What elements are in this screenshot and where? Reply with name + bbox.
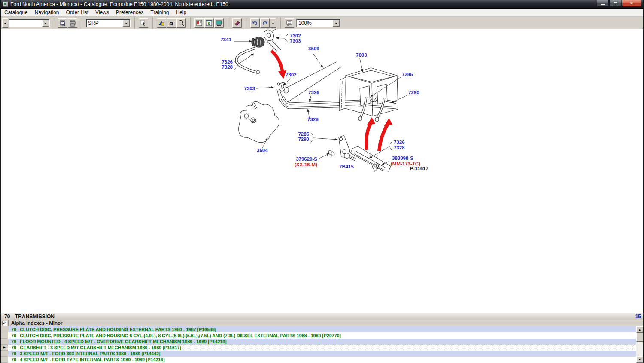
- menu-training[interactable]: Training: [147, 9, 173, 16]
- zoom-combo-dropdown[interactable]: [333, 20, 340, 27]
- undo-button[interactable]: [250, 18, 260, 28]
- part-number-label[interactable]: 3509: [308, 46, 319, 51]
- row-title: CLUTCH DISC, PRESSURE PLATE AND HOUSING …: [20, 333, 341, 338]
- pricing-info-button[interactable]: $: [204, 18, 214, 28]
- index-row[interactable]: ▶ 70 4 SPEED M/T - FORD TYPE INTERNAL PA…: [1, 357, 643, 363]
- vehicle-combo-dropdown[interactable]: [42, 20, 49, 27]
- parts-diagram: 7341730273033509732673287302730373267003…: [1, 29, 643, 313]
- menu-navigation[interactable]: Navigation: [31, 9, 63, 16]
- section-code: 70: [4, 314, 15, 320]
- section-count: 15: [635, 314, 641, 320]
- pricing-level-combo[interactable]: SRP: [86, 19, 131, 27]
- minimize-icon: [601, 4, 605, 5]
- close-button[interactable]: ×: [622, 0, 641, 7]
- menu-catalogue[interactable]: Catalogue: [1, 9, 31, 16]
- redo-icon: [261, 20, 268, 27]
- part-number-label[interactable]: 7302: [286, 72, 297, 77]
- row-section-code: 70: [11, 345, 20, 350]
- print-preview-icon: [59, 20, 66, 27]
- row-gutter[interactable]: ▶: [1, 326, 8, 332]
- part-number-label[interactable]: 7290: [298, 137, 309, 142]
- print-button[interactable]: [68, 18, 77, 28]
- part-number-label[interactable]: 379620-S: [296, 156, 317, 162]
- parts-list-button[interactable]: [194, 18, 204, 28]
- part-number-label[interactable]: 7303: [244, 86, 255, 91]
- part-number-label[interactable]: 7326: [308, 90, 319, 95]
- part-number-label[interactable]: 7328: [222, 64, 233, 70]
- alpha-index-icon: α: [169, 20, 173, 26]
- scroll-track[interactable]: [636, 342, 643, 356]
- row-title: 3 SPEED M/T - FORD 303 INTERNAL PARTS 19…: [20, 351, 160, 356]
- row-section-code: 70: [11, 333, 20, 338]
- row-gutter[interactable]: ▶: [1, 332, 8, 339]
- redo-button[interactable]: [260, 18, 270, 28]
- vehicle-combo[interactable]: [9, 19, 50, 27]
- print-preview-button[interactable]: [58, 18, 67, 28]
- part-number-label[interactable]: 7328: [394, 145, 405, 150]
- row-gutter[interactable]: ▶: [1, 351, 8, 357]
- microcat-window: Ford North America - Microcat - Catalogu…: [0, 0, 644, 363]
- pricing-combo-dropdown[interactable]: [123, 20, 130, 27]
- svg-text:$: $: [208, 21, 210, 26]
- index-panel: 70 TRANSMISSION 15 ✓ Alpha Indexes - Min…: [1, 313, 643, 363]
- vertical-scrollbar[interactable]: ▲ ▼: [636, 326, 643, 363]
- index-row[interactable]: ▶ 70 GEARSHIFT - 3 SPEED M/T GEARSHIFT M…: [1, 345, 643, 351]
- row-gutter[interactable]: ▶: [1, 357, 8, 363]
- selected-row-arrow: ▶: [3, 345, 6, 349]
- menu-help[interactable]: Help: [173, 9, 190, 16]
- menu-views[interactable]: Views: [92, 9, 112, 16]
- index-row[interactable]: ▶ 70 3 SPEED M/T - FORD 303 INTERNAL PAR…: [1, 351, 643, 357]
- index-row[interactable]: ▶ 70 FLOOR MOUNTED - 4 SPEED M/T - OVERD…: [1, 339, 643, 345]
- screen-view-button[interactable]: [214, 18, 224, 28]
- maximize-button[interactable]: [609, 0, 621, 7]
- part-number-label[interactable]: 383098-S: [392, 156, 413, 161]
- menu-bar: Catalogue Navigation Order List Views Pr…: [1, 9, 643, 17]
- part-number-label[interactable]: 7003: [356, 52, 367, 58]
- part-number-label[interactable]: 7285: [298, 131, 309, 137]
- index-row[interactable]: ▶ 70 CLUTCH DISC, PRESSURE PLATE AND HOU…: [1, 332, 643, 339]
- magnifier-icon: [178, 20, 185, 27]
- row-gutter[interactable]: ▶: [1, 339, 8, 345]
- parts-graphic-button[interactable]: [157, 18, 166, 28]
- row-gutter[interactable]: ▶: [1, 345, 8, 351]
- part-number-label[interactable]: 7328: [307, 117, 319, 122]
- redo-dropdown-button[interactable]: [270, 18, 276, 28]
- part-number-label[interactable]: 7290: [408, 90, 419, 95]
- row-title: FLOOR MOUNTED - 4 SPEED M/T - OVERDRIVE …: [20, 339, 227, 344]
- row-title: 4 SPEED M/T - FORD TYPE INTERNAL PARTS 1…: [20, 357, 164, 362]
- search-button[interactable]: [176, 18, 186, 28]
- scroll-up-button[interactable]: ▲: [636, 326, 643, 333]
- part-number-label[interactable]: (XX-16-M): [295, 162, 317, 167]
- filter-checkbox[interactable]: ✓: [2, 321, 7, 326]
- part-number-label[interactable]: 7341: [220, 37, 231, 42]
- menu-preferences[interactable]: Preferences: [112, 9, 147, 16]
- toolbar-overflow-button[interactable]: [2, 18, 8, 28]
- filter-label: Alpha Indexes - Minor: [9, 320, 63, 326]
- part-number-label[interactable]: 7303: [290, 38, 301, 43]
- catalogue-book-button[interactable]: [232, 18, 242, 28]
- pointer-select-button[interactable]: [139, 18, 148, 28]
- window-titlebar: Ford North America - Microcat - Catalogu…: [1, 0, 643, 9]
- pricing-level-value: SRP: [86, 20, 122, 26]
- row-section-code: 70: [11, 339, 20, 344]
- main-toolbar: SRP α: [1, 17, 643, 29]
- part-number-label[interactable]: 7285: [402, 72, 413, 77]
- part-number-label[interactable]: 7326: [394, 140, 405, 145]
- index-row[interactable]: ▶ 70 CLUTCH DISC, PRESSURE PLATE AND HOU…: [1, 326, 643, 332]
- notes-button[interactable]: [285, 18, 294, 28]
- zoom-combo-value: 100%: [297, 20, 332, 26]
- part-number-label[interactable]: 7B415: [339, 164, 354, 169]
- filter-checkbox-cell: ✓: [1, 320, 9, 326]
- part-number-label[interactable]: 7302: [290, 33, 301, 38]
- pointer-select-icon: [140, 20, 147, 27]
- minimize-button[interactable]: [597, 0, 609, 7]
- scroll-thumb[interactable]: [636, 333, 643, 342]
- alpha-index-button[interactable]: α: [167, 18, 176, 28]
- scroll-down-button[interactable]: ▼: [636, 356, 643, 363]
- menu-order-list[interactable]: Order List: [62, 9, 92, 16]
- part-number-label[interactable]: 3504: [257, 148, 268, 153]
- part-number-label[interactable]: 7326: [222, 59, 233, 64]
- zoom-combo[interactable]: 100%: [296, 19, 340, 27]
- part-number-label[interactable]: P-11617: [410, 166, 428, 171]
- index-list: ▶ 70 CLUTCH DISC, PRESSURE PLATE AND HOU…: [1, 326, 643, 363]
